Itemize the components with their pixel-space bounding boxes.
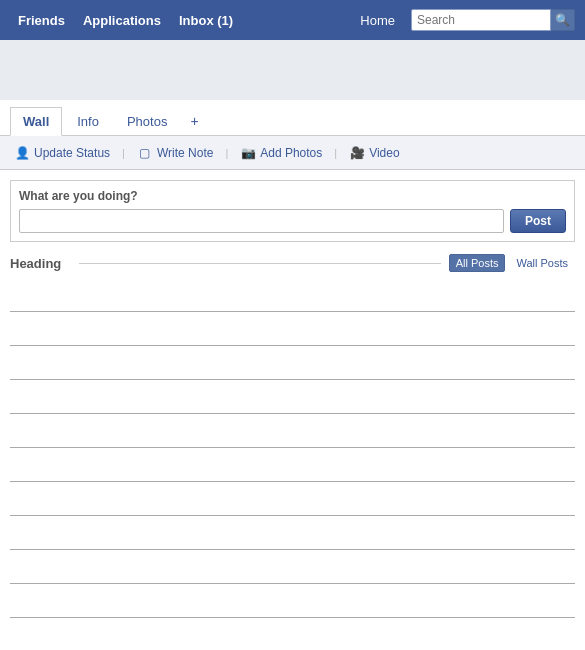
search-bar: 🔍 [411, 9, 575, 31]
update-status-label: Update Status [34, 146, 110, 160]
post-button[interactable]: Post [510, 209, 566, 233]
search-button[interactable]: 🔍 [551, 9, 575, 31]
content-line [10, 314, 575, 346]
navbar-center: Home 🔍 [354, 9, 575, 32]
status-box: What are you doing? Post [10, 180, 575, 242]
add-photos-button[interactable]: 📷 Add Photos [234, 143, 328, 163]
content-line [10, 518, 575, 550]
content-line [10, 382, 575, 414]
filter-all-posts[interactable]: All Posts [449, 254, 506, 272]
heading-divider [79, 263, 440, 264]
video-label: Video [369, 146, 399, 160]
status-text-input[interactable] [19, 209, 504, 233]
add-photos-label: Add Photos [260, 146, 322, 160]
tabs-strip: Wall Info Photos + [0, 100, 585, 136]
filter-wall-posts[interactable]: Wall Posts [509, 254, 575, 272]
nav-inbox[interactable]: Inbox (1) [171, 9, 241, 32]
tab-add[interactable]: + [182, 107, 206, 135]
video-icon: 🎥 [349, 145, 365, 161]
content-line [10, 586, 575, 618]
separator-1: | [122, 147, 125, 159]
search-icon: 🔍 [555, 13, 570, 27]
content-line [10, 348, 575, 380]
status-input-row: Post [19, 209, 566, 233]
actions-row: 👤 Update Status | ▢ Write Note | 📷 Add P… [0, 136, 585, 170]
tab-wall[interactable]: Wall [10, 107, 62, 136]
content-line [10, 620, 575, 650]
content-lines [0, 280, 585, 650]
content-line [10, 450, 575, 482]
write-note-button[interactable]: ▢ Write Note [131, 143, 219, 163]
heading-row: Heading All Posts Wall Posts [0, 248, 585, 278]
add-photos-icon: 📷 [240, 145, 256, 161]
search-input[interactable] [411, 9, 551, 31]
nav-applications[interactable]: Applications [75, 9, 169, 32]
tab-photos[interactable]: Photos [114, 107, 180, 135]
content-line [10, 552, 575, 584]
navbar: Friends Applications Inbox (1) Home 🔍 [0, 0, 585, 40]
status-question: What are you doing? [19, 189, 566, 203]
content-line [10, 416, 575, 448]
update-status-icon: 👤 [14, 145, 30, 161]
write-note-label: Write Note [157, 146, 213, 160]
heading-label: Heading [10, 256, 61, 271]
navbar-left: Friends Applications Inbox (1) [10, 9, 350, 32]
separator-2: | [225, 147, 228, 159]
write-note-icon: ▢ [137, 145, 153, 161]
nav-home[interactable]: Home [354, 9, 401, 32]
separator-3: | [334, 147, 337, 159]
tab-info[interactable]: Info [64, 107, 112, 135]
nav-friends[interactable]: Friends [10, 9, 73, 32]
filter-buttons: All Posts Wall Posts [449, 254, 575, 272]
video-button[interactable]: 🎥 Video [343, 143, 405, 163]
content-line [10, 484, 575, 516]
profile-background [0, 40, 585, 100]
update-status-button[interactable]: 👤 Update Status [8, 143, 116, 163]
content-line [10, 280, 575, 312]
